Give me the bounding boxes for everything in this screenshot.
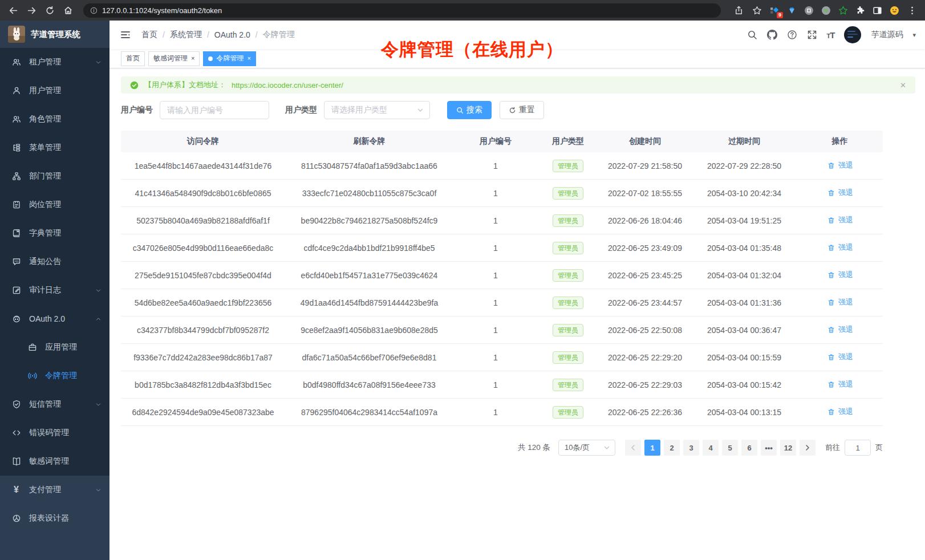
extension-record-icon[interactable] (819, 3, 833, 17)
action-cell: 强退 (797, 270, 883, 281)
access-token-cell: 275e5de9151045fe87cbdc395e004f4d (121, 271, 285, 280)
extension-diamond-icon[interactable]: 9 (768, 3, 781, 17)
profile-emoji-avatar[interactable] (887, 3, 901, 17)
extension-command-icon[interactable] (802, 3, 816, 17)
app-logo[interactable]: 芋道管理系统 (0, 21, 109, 48)
address-bar[interactable]: 127.0.0.1:1024/system/oauth2/token (83, 3, 721, 18)
page-size-select[interactable]: 10条/页 (558, 440, 615, 456)
refresh-token-cell: cdfc4ce9c2da4bb1bdf21b9918ff4be5 (285, 244, 453, 253)
force-logout-button[interactable]: 强退 (826, 188, 853, 198)
share-icon[interactable] (731, 3, 746, 18)
prev-page-button[interactable] (625, 440, 641, 456)
tab-首页[interactable]: 首页 (121, 51, 145, 66)
force-logout-button[interactable]: 强退 (826, 160, 853, 171)
hamburger-icon[interactable] (120, 29, 131, 40)
goto-page-input[interactable] (845, 440, 871, 456)
refresh-token-cell: 811c530487574fa0af1a59d3abc1aa66 (285, 161, 453, 171)
sidebar-item-errcode[interactable]: 错误码管理 (0, 419, 109, 447)
extension-puzzle-icon[interactable] (853, 3, 867, 17)
alert-link[interactable]: https://doc.iocoder.cn/user-center/ (232, 81, 343, 90)
force-logout-button[interactable]: 强退 (826, 215, 853, 225)
sidebar-item-oauth[interactable]: OAuth 2.0 (0, 305, 109, 333)
trash-icon (826, 270, 836, 280)
page-button-2[interactable]: 2 (664, 440, 680, 456)
trash-icon (826, 243, 836, 253)
help-icon[interactable] (787, 30, 797, 40)
page-button-6[interactable]: 6 (741, 440, 757, 456)
sidebar-menu: 租户管理用户管理角色管理菜单管理部门管理岗位管理字典管理通知公告审计日志OAut… (0, 48, 109, 560)
site-info-icon[interactable] (90, 7, 98, 14)
sidebar-item-user[interactable]: 用户管理 (0, 76, 109, 105)
sidebar-item-dict[interactable]: 字典管理 (0, 219, 109, 247)
sidebar-item-log[interactable]: 审计日志 (0, 276, 109, 305)
force-logout-button[interactable]: 强退 (826, 407, 853, 417)
breadcrumb-item[interactable]: OAuth 2.0 (214, 30, 250, 39)
sidebar-item-sensitive[interactable]: 敏感词管理 (0, 447, 109, 476)
breadcrumb-item[interactable]: 首页 (141, 30, 157, 40)
sidebar-item-post[interactable]: 岗位管理 (0, 190, 109, 219)
extension-badge: 9 (777, 12, 783, 18)
alert-close-icon[interactable]: ✕ (900, 81, 906, 90)
sidebar-panel-icon[interactable] (870, 3, 884, 17)
page-button-4[interactable]: 4 (703, 440, 719, 456)
username[interactable]: 芋道源码 (871, 30, 903, 40)
bookmark-star-icon[interactable] (749, 3, 764, 18)
avatar[interactable] (844, 26, 861, 43)
forward-icon[interactable] (24, 3, 39, 18)
pager-ellipsis[interactable]: ••• (761, 440, 777, 456)
sidebar-item-report[interactable]: 报表设计器 (0, 504, 109, 533)
extension-gem-icon[interactable] (785, 3, 798, 17)
search-button[interactable]: 搜索 (447, 101, 492, 119)
sidebar-item-app[interactable]: 应用管理 (0, 333, 109, 362)
user-type-badge: 管理员 (553, 379, 583, 391)
sidebar-item-token[interactable]: 令牌管理 (0, 362, 109, 390)
force-logout-button[interactable]: 强退 (826, 324, 853, 335)
force-logout-button[interactable]: 强退 (826, 379, 853, 389)
github-icon[interactable] (767, 30, 777, 40)
action-cell: 强退 (797, 324, 883, 335)
page-button-3[interactable]: 3 (683, 440, 699, 456)
sidebar-item-tenant[interactable]: 租户管理 (0, 48, 109, 76)
next-page-button[interactable] (800, 440, 816, 456)
breadcrumb-item[interactable]: 系统管理 (170, 30, 202, 40)
sidebar-item-dept[interactable]: 部门管理 (0, 162, 109, 190)
sidebar-item-role[interactable]: 角色管理 (0, 105, 109, 133)
user-type-badge: 管理员 (553, 351, 583, 364)
sidebar-item-notice[interactable]: 通知公告 (0, 247, 109, 276)
extension-star-icon[interactable] (836, 3, 850, 17)
font-size-icon[interactable]: TT (827, 30, 835, 40)
force-logout-button[interactable]: 强退 (826, 270, 853, 280)
back-icon[interactable] (6, 3, 21, 18)
tab-close-icon[interactable]: × (247, 55, 250, 62)
page-button-5[interactable]: 5 (722, 440, 738, 456)
force-logout-button[interactable]: 强退 (826, 242, 853, 253)
fullscreen-icon[interactable] (807, 30, 817, 40)
page-button-1[interactable]: 1 (644, 440, 660, 456)
reload-icon[interactable] (42, 3, 57, 18)
tab-敏感词管理[interactable]: 敏感词管理× (148, 51, 200, 66)
sidebar-item-pay[interactable]: ¥支付管理 (0, 476, 109, 504)
browser-menu-icon[interactable] (904, 3, 919, 18)
navbar-actions: TT 芋道源码 ▾ (747, 26, 916, 43)
breadcrumb-separator: / (255, 30, 258, 39)
tab-令牌管理[interactable]: 令牌管理× (203, 51, 255, 66)
expires-at-cell: 2054-03-10 20:42:34 (692, 189, 797, 198)
action-cell: 强退 (797, 297, 883, 308)
caret-down-icon[interactable]: ▾ (912, 31, 916, 39)
user-type-select[interactable]: 请选择用户类型 (324, 101, 430, 119)
user-id-input[interactable] (160, 101, 269, 119)
sidebar-item-sms[interactable]: 短信管理 (0, 390, 109, 419)
search-icon[interactable] (747, 30, 757, 40)
sidebar-item-menu[interactable]: 菜单管理 (0, 133, 109, 162)
sidebar-item-label: 角色管理 (29, 114, 102, 124)
user-type-cell: 管理员 (538, 324, 598, 336)
sidebar-item-label: 租户管理 (29, 57, 87, 67)
force-logout-button[interactable]: 强退 (826, 297, 853, 307)
reset-button[interactable]: 重置 (500, 101, 544, 119)
tab-close-icon[interactable]: × (191, 55, 194, 62)
sidebar-item-label: OAuth 2.0 (29, 314, 87, 323)
page-button-12[interactable]: 12 (780, 440, 796, 456)
force-logout-button[interactable]: 强退 (826, 352, 853, 362)
user-type-cell: 管理员 (538, 214, 598, 227)
home-icon[interactable] (60, 3, 75, 18)
